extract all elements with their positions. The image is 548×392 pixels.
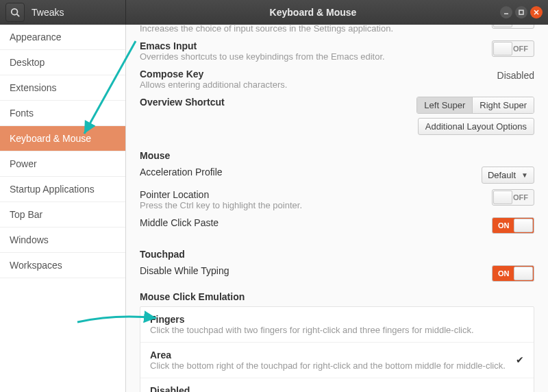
- svg-line-1: [17, 14, 20, 17]
- acceleration-profile-combo[interactable]: Default ▼: [482, 167, 534, 184]
- emulation-option-disabled[interactable]: Disabled Don't use mouse click emulation…: [140, 378, 534, 392]
- search-button[interactable]: [5, 3, 25, 22]
- overview-right-super-button[interactable]: Right Super: [472, 97, 534, 113]
- chevron-down-icon: ▼: [521, 171, 528, 179]
- disable-while-typing-toggle[interactable]: ON: [492, 265, 534, 282]
- headerbar-left: Tweaks: [0, 0, 126, 25]
- emulation-option-area[interactable]: Area Click the bottom right of the touch…: [140, 343, 534, 378]
- emacs-input-toggle[interactable]: OFF: [492, 40, 534, 57]
- acceleration-profile-title: Acceleration Profile: [140, 167, 471, 177]
- minimize-icon: [503, 9, 510, 16]
- app-title: Tweaks: [32, 7, 64, 18]
- sidebar-item-power[interactable]: Power: [0, 151, 125, 177]
- acceleration-profile-value: Default: [488, 170, 516, 180]
- disable-while-typing-title: Disable While Typing: [140, 265, 481, 276]
- sidebar-item-fonts[interactable]: Fonts: [0, 101, 125, 126]
- emacs-input-desc: Overrides shortcuts to use keybindings f…: [140, 51, 481, 63]
- sidebar-item-appearance[interactable]: Appearance: [0, 25, 125, 50]
- sidebar: Appearance Desktop Extensions Fonts Keyb…: [0, 25, 126, 392]
- maximize-icon: [518, 9, 525, 16]
- row-emacs-input: Emacs Input Overrides shortcuts to use k…: [140, 38, 534, 66]
- emulation-area-desc: Click the bottom right of the touchpad f…: [150, 360, 509, 371]
- emulation-fingers-desc: Click the touchpad with two fingers for …: [150, 325, 524, 335]
- middle-click-paste-title: Middle Click Paste: [140, 217, 481, 228]
- section-touchpad: Touchpad: [140, 249, 534, 260]
- overview-shortcut-title: Overview Shortcut: [140, 97, 406, 108]
- sidebar-item-desktop[interactable]: Desktop: [0, 50, 125, 75]
- check-icon: ✔: [516, 354, 524, 365]
- pointer-location-toggle[interactable]: OFF: [492, 189, 534, 206]
- emacs-input-title: Emacs Input: [140, 40, 481, 51]
- overview-shortcut-segmented: Left Super Right Super: [416, 97, 534, 114]
- row-overview-shortcut: Overview Shortcut Left Super Right Super…: [140, 94, 534, 138]
- content-pane: Show Extended Input Sources Increases th…: [126, 25, 548, 392]
- emulation-area-title: Area: [150, 350, 509, 360]
- close-button[interactable]: [530, 6, 543, 19]
- section-mouse-click-emulation: Mouse Click Emulation: [140, 291, 534, 302]
- maximize-button[interactable]: [515, 6, 527, 19]
- extended-input-sources-toggle[interactable]: OFF: [492, 25, 534, 29]
- sidebar-item-top-bar[interactable]: Top Bar: [0, 202, 125, 228]
- emulation-disabled-title: Disabled: [150, 385, 524, 392]
- emulation-option-fingers[interactable]: Fingers Click the touchpad with two fing…: [140, 307, 534, 343]
- compose-key-title: Compose Key: [140, 69, 486, 79]
- sidebar-item-keyboard-mouse[interactable]: Keyboard & Mouse: [0, 126, 125, 151]
- additional-layout-options-button[interactable]: Additional Layout Options: [418, 118, 534, 135]
- row-compose-key: Compose Key Allows entering additional c…: [140, 66, 534, 94]
- minimize-button[interactable]: [500, 6, 512, 19]
- emulation-fingers-title: Fingers: [150, 314, 524, 325]
- row-pointer-location: Pointer Location Press the Ctrl key to h…: [140, 186, 534, 215]
- sidebar-item-extensions[interactable]: Extensions: [0, 75, 125, 101]
- middle-click-paste-toggle[interactable]: ON: [492, 217, 534, 234]
- window-controls: [500, 0, 548, 25]
- compose-key-desc: Allows entering additional characters.: [140, 79, 486, 91]
- row-acceleration-profile: Acceleration Profile Default ▼: [140, 164, 534, 186]
- search-icon: [10, 8, 20, 17]
- pointer-location-title: Pointer Location: [140, 189, 481, 200]
- sidebar-item-workspaces[interactable]: Workspaces: [0, 253, 125, 278]
- page-title: Keyboard & Mouse: [126, 0, 500, 25]
- overview-left-super-button[interactable]: Left Super: [417, 97, 472, 113]
- close-icon: [533, 9, 540, 16]
- row-disable-while-typing: Disable While Typing ON: [140, 262, 534, 284]
- row-middle-click-paste: Middle Click Paste ON: [140, 215, 534, 236]
- row-extended-input-sources: Show Extended Input Sources Increases th…: [140, 25, 534, 38]
- section-mouse: Mouse: [140, 150, 534, 161]
- svg-rect-3: [519, 10, 523, 14]
- mouse-click-emulation-list: Fingers Click the touchpad with two fing…: [140, 306, 534, 392]
- extended-input-sources-desc: Increases the choice of input sources in…: [140, 25, 481, 35]
- sidebar-item-windows[interactable]: Windows: [0, 228, 125, 253]
- headerbar: Tweaks Keyboard & Mouse: [0, 0, 548, 25]
- svg-point-0: [12, 9, 18, 15]
- sidebar-item-startup-applications[interactable]: Startup Applications: [0, 177, 125, 202]
- compose-key-value[interactable]: Disabled: [497, 69, 534, 81]
- pointer-location-desc: Press the Ctrl key to highlight the poin…: [140, 200, 481, 212]
